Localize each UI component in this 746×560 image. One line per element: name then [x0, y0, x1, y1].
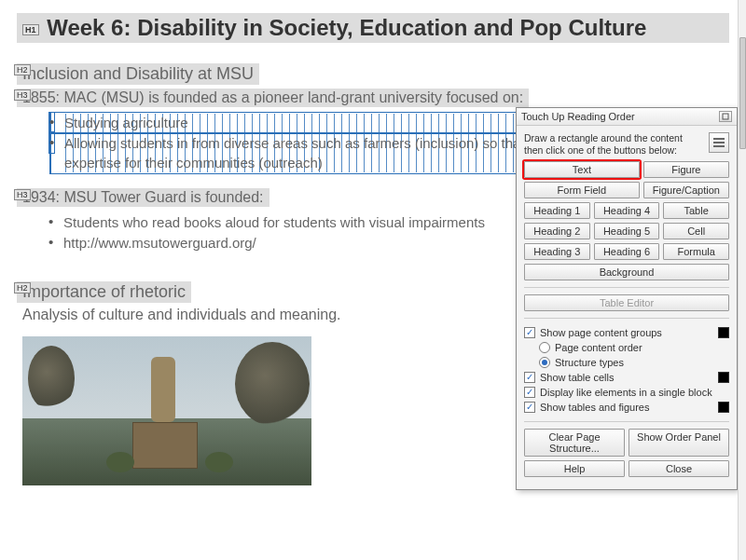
h3-1855: H3 1855: MAC (MSU) is founded as a pione… [17, 89, 529, 107]
content-image [22, 336, 311, 485]
heading4-button[interactable]: Heading 4 [594, 202, 660, 219]
table-editor-button: Table Editor [524, 294, 729, 311]
close-button[interactable]: Close [629, 460, 729, 477]
tag-h2: H2 [14, 64, 31, 75]
clear-page-structure-button[interactable]: Clear Page Structure... [524, 429, 625, 457]
svg-rect-0 [723, 114, 728, 119]
heading2-button[interactable]: Heading 2 [524, 223, 590, 239]
table-button[interactable]: Table [663, 202, 729, 219]
dialog-options: ✓ Show page content groups Page content … [524, 325, 729, 415]
form-field-button[interactable]: Form Field [524, 182, 640, 198]
figure-button[interactable]: Figure [643, 161, 729, 178]
dialog-content: Draw a rectangle around the content then… [517, 126, 737, 489]
checkbox-show-cells[interactable]: ✓ [524, 372, 535, 383]
tag-h3: H3 [14, 89, 31, 101]
background-button[interactable]: Background [524, 264, 729, 280]
h3-1934: H3 1934: MSU Tower Guard is founded: [17, 188, 269, 207]
svg-rect-3 [713, 145, 725, 147]
h2-text: Inclusion and Disability at MSU [22, 64, 254, 83]
h1-text: Week 6: Disability in Society, Education… [47, 15, 646, 40]
dialog-instructions: Draw a rectangle around the content then… [524, 132, 703, 156]
tag-h2: H2 [14, 282, 31, 294]
checkbox-display-block[interactable]: ✓ [524, 387, 535, 398]
show-order-panel-button[interactable]: Show Order Panel [629, 429, 729, 457]
color-swatch[interactable] [718, 402, 729, 413]
dialog-titlebar[interactable]: Touch Up Reading Order [517, 108, 737, 126]
touch-up-reading-order-dialog[interactable]: Touch Up Reading Order Draw a rectangle … [516, 107, 738, 490]
figure-caption-button[interactable]: Figure/Caption [643, 182, 729, 198]
options-icon[interactable] [709, 132, 729, 153]
radio-structure-types[interactable] [539, 357, 550, 368]
label-show-tables-figures: Show tables and figures [540, 402, 649, 413]
vertical-scrollbar[interactable] [738, 0, 746, 560]
formula-button[interactable]: Formula [663, 243, 729, 260]
scroll-thumb[interactable] [739, 37, 746, 149]
h2-rhetoric: H2 Importance of rhetoric [17, 281, 191, 303]
label-structure-types: Structure types [555, 357, 624, 368]
svg-rect-1 [713, 138, 725, 140]
text-button[interactable]: Text [524, 161, 640, 178]
page-title: H1 Week 6: Disability in Society, Educat… [17, 13, 729, 43]
minimize-icon[interactable] [719, 111, 732, 122]
label-display-block: Display like elements in a single block [540, 387, 712, 398]
svg-rect-2 [713, 142, 725, 143]
heading3-button[interactable]: Heading 3 [524, 243, 590, 260]
h3-text: 1855: MAC (MSU) is founded as a pioneer … [22, 89, 523, 105]
help-button[interactable]: Help [524, 460, 625, 477]
dialog-title: Touch Up Reading Order [521, 111, 635, 122]
checkbox-show-groups[interactable]: ✓ [524, 327, 535, 338]
label-show-groups: Show page content groups [540, 327, 662, 338]
cell-button[interactable]: Cell [663, 223, 729, 239]
color-swatch[interactable] [718, 327, 729, 338]
radio-page-order[interactable] [539, 342, 550, 353]
color-swatch[interactable] [718, 372, 729, 383]
heading1-button[interactable]: Heading 1 [524, 202, 590, 219]
label-page-order: Page content order [555, 342, 642, 353]
heading6-button[interactable]: Heading 6 [594, 243, 660, 260]
label-show-cells: Show table cells [540, 372, 615, 383]
heading5-button[interactable]: Heading 5 [594, 223, 660, 239]
tag-h1: H1 [22, 24, 39, 35]
tag-h3: H3 [14, 189, 31, 200]
h3-text: 1934: MSU Tower Guard is founded: [22, 189, 264, 205]
h2-inclusion: H2 Inclusion and Disability at MSU [17, 63, 259, 85]
checkbox-show-tables-figures[interactable]: ✓ [524, 402, 535, 413]
h2-text: Importance of rhetoric [22, 282, 186, 301]
